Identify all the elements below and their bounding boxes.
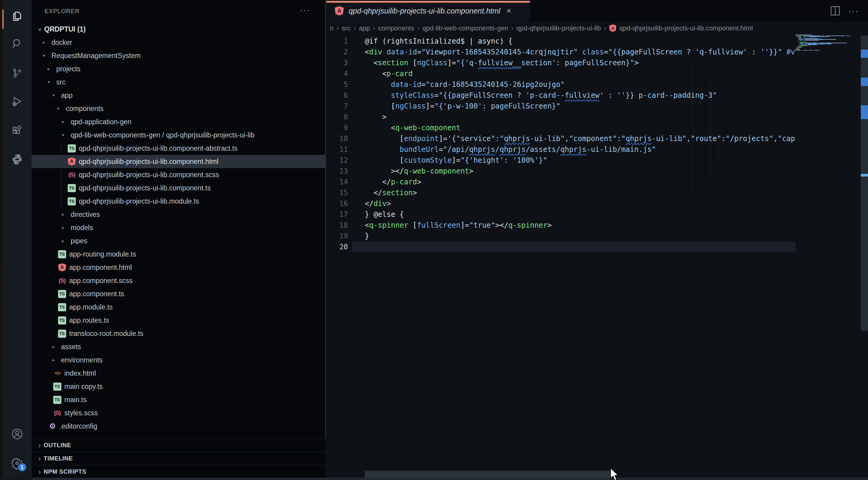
tree-folder-row[interactable]: ▸projects <box>32 62 325 75</box>
tree-folder-row[interactable]: ▸directives <box>32 208 325 221</box>
file-label: app-routing.module.ts <box>69 250 136 258</box>
overview-ruler[interactable] <box>861 35 868 331</box>
tree-file-row[interactable]: TSapp.routes.ts <box>32 314 325 327</box>
tree-file-row[interactable]: TSmain copy.ts <box>32 380 325 393</box>
minimap-line <box>824 39 836 40</box>
file-label: qpd-qhprjsuilib-projects-ui-lib.module.t… <box>79 197 199 205</box>
line-number: 12 <box>326 155 348 166</box>
file-label: qpd-qhprjsuilib-projects-ui-lib.componen… <box>79 145 238 153</box>
activity-python-icon[interactable] <box>2 148 32 171</box>
minimap-line <box>799 42 807 42</box>
tree-folder-row[interactable]: ▾src <box>32 75 325 89</box>
workspace-root-row[interactable]: ∨ QRDPTUI (1) <box>32 23 325 36</box>
split-editor-icon[interactable] <box>831 6 840 15</box>
minimap-line <box>808 44 817 45</box>
breadcrumb-item[interactable]: app <box>359 24 370 32</box>
minimap-line <box>819 50 820 51</box>
explorer-header: EXPLORER ··· <box>32 0 325 22</box>
tree-file-row[interactable]: TSapp.module.ts <box>32 300 325 314</box>
chevron-expanded-icon: ▾ <box>49 93 58 98</box>
tree-file-row[interactable]: TSqpd-qhprjsuilib-projects-ui-lib.compon… <box>32 181 325 195</box>
tree-file-row[interactable] <box>32 433 325 439</box>
tree-file-row[interactable]: {S}styles.scss <box>32 406 325 420</box>
close-icon[interactable]: × <box>506 6 511 15</box>
activity-run-debug-icon[interactable] <box>2 90 32 113</box>
minimap-line <box>813 43 816 44</box>
minimap-line <box>799 42 799 42</box>
tree-file-row[interactable]: <>index.html <box>32 366 325 380</box>
typescript-icon: TS <box>58 303 66 311</box>
file-label: .editorconfig <box>60 422 97 430</box>
tree-file-row[interactable]: TSmain.ts <box>32 393 325 406</box>
breadcrumb-item[interactable]: n <box>330 24 334 32</box>
folder-label: pipes <box>71 237 87 245</box>
tree-folder-row[interactable]: ▸qpd-application-gen <box>32 115 325 128</box>
file-label: styles.scss <box>64 409 98 417</box>
activity-explorer-icon[interactable] <box>2 5 32 28</box>
tree-folder-row[interactable]: ▾RequestManagementSystem <box>32 49 325 62</box>
file-label: app.routes.ts <box>69 316 109 324</box>
minimap-line <box>799 44 800 45</box>
horizontal-scrollbar[interactable] <box>365 471 612 478</box>
section-npm-scripts[interactable]: › NPM SCRIPTS <box>32 465 326 478</box>
tree-file-row[interactable]: TSapp.component.ts <box>32 287 325 300</box>
activity-extensions-icon[interactable] <box>2 120 32 142</box>
breadcrumb-file[interactable]: qpd-qhprjsuilib-projects-ui-lib.componen… <box>619 24 753 32</box>
activity-accounts-icon[interactable] <box>2 422 32 445</box>
file-label: index.html <box>64 369 96 378</box>
tree-folder-row[interactable]: ▾app <box>32 89 325 102</box>
file-label: qpd-qhprjsuilib-projects-ui-lib.componen… <box>79 184 211 192</box>
tree-file-row[interactable]: TSqpd-qhprjsuilib-projects-ui-lib.compon… <box>32 142 325 155</box>
breadcrumb-item[interactable]: src <box>342 24 351 32</box>
activity-settings-icon[interactable]: 1 <box>2 452 32 475</box>
tree-folder-row[interactable]: ▾qpd-lib-web-components-gen / qpd-qhprjs… <box>32 128 325 142</box>
ruler-mark <box>861 105 868 119</box>
section-outline[interactable]: › OUTLINE <box>32 439 326 452</box>
line-number: 17 <box>326 209 348 220</box>
tree-file-row[interactable]: TSapp-routing.module.ts <box>32 248 325 261</box>
more-actions-icon[interactable]: ··· <box>300 5 310 15</box>
breadcrumb-separator: › <box>354 24 356 32</box>
breadcrumb-item[interactable]: qpd-lib-web-components-gen <box>422 24 508 32</box>
minimap-line <box>825 35 826 36</box>
breadcrumb-separator: › <box>337 24 339 32</box>
line-number: 2 <box>326 46 348 58</box>
tree-file-row[interactable]: TStransloco-root.module.ts <box>32 327 325 340</box>
minimap-line <box>796 49 800 50</box>
minimap-line <box>803 35 803 36</box>
breadcrumb-item[interactable]: components <box>378 24 414 32</box>
tab-active[interactable]: A qpd-qhprjsuilib-projects-ui-lib.compon… <box>326 0 530 22</box>
tree-file-row[interactable]: TSqpd-qhprjsuilib-projects-ui-lib.module… <box>32 195 325 208</box>
code-editor[interactable]: 1@if (rightsInitialized$ | async) {2<div… <box>326 35 868 471</box>
minimap-line <box>797 37 798 38</box>
minimap-line <box>809 50 812 51</box>
tree-file-row[interactable]: {S}app.component.scss <box>32 274 325 287</box>
breadcrumb-separator: › <box>373 24 375 32</box>
minimap-line <box>816 36 829 37</box>
typescript-icon: TS <box>58 316 66 324</box>
line-number: 14 <box>326 177 348 187</box>
tree-folder-row[interactable]: ▸environments <box>32 353 325 366</box>
minimap-line <box>799 43 804 44</box>
tree-file-row[interactable]: Aapp.component.html <box>32 261 325 274</box>
activity-source-control-icon[interactable] <box>2 62 32 85</box>
activity-search-icon[interactable] <box>2 32 32 55</box>
code-line: 7 [ngClass]="{'p-w-100': pageFullScreen}… <box>326 101 868 111</box>
breadcrumb-item[interactable]: qpd-qhprjsuilib-projects-ui-lib <box>517 24 601 32</box>
tree-file-row[interactable]: Aqpd-qhprjsuilib-projects-ui-lib.compone… <box>32 155 325 168</box>
more-actions-icon[interactable]: ··· <box>848 6 859 16</box>
typescript-icon: TS <box>53 383 61 391</box>
html-icon: <> <box>53 369 61 378</box>
tree-folder-row[interactable]: ▾components <box>32 102 325 115</box>
minimap[interactable] <box>796 35 868 469</box>
section-timeline[interactable]: › TIMELINE <box>32 452 326 465</box>
minimap-line <box>799 40 799 41</box>
tree-file-row[interactable]: ⚙.editorconfig <box>32 420 325 433</box>
tree-folder-row[interactable]: ▸models <box>32 221 325 234</box>
code-line: 12 [customStyle]="{'height': '100%'}" <box>326 155 868 166</box>
tree-folder-row[interactable]: ▸pipes <box>32 234 325 248</box>
tree-folder-row[interactable]: ▸assets <box>32 340 325 353</box>
minimap-line <box>846 35 850 36</box>
tree-file-row[interactable]: {S}qpd-qhprjsuilib-projects-ui-lib.compo… <box>32 168 325 181</box>
tree-folder-row[interactable]: ▸docker <box>32 36 325 49</box>
